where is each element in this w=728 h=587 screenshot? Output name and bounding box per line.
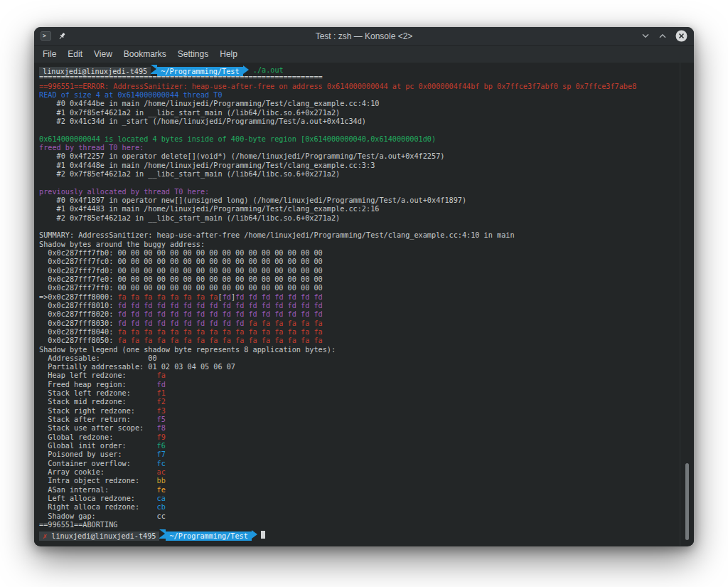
terminal-text: fa fa fa fa fa fa fa fa fa fa fa fa fa f… xyxy=(117,337,322,344)
terminal-line: freed by thread T0 here: xyxy=(39,144,675,152)
terminal-text: #2 0x7f85ef4621a2 in __libc_start_main (… xyxy=(39,214,340,222)
terminal-line: #2 0x7f85ef4621a2 in __libc_start_main (… xyxy=(39,214,675,223)
menu-item-view[interactable]: View xyxy=(88,47,118,61)
terminal-text: 0x0c287fff8050: xyxy=(39,337,117,344)
terminal-text: #1 0x4f4483 in main /home/linuxjedi/Prog… xyxy=(39,205,379,213)
terminal-text: fa fa fa fa fa fa fa fa xyxy=(117,293,218,301)
close-button[interactable] xyxy=(675,30,687,42)
terminal-line: Left alloca redzone: ca xyxy=(39,495,675,503)
menu-item-settings[interactable]: Settings xyxy=(172,47,214,61)
terminal-line: 0x0c287fff7fe0: 00 00 00 00 00 00 00 00 … xyxy=(39,275,675,284)
terminal-line: Addressable: 00 xyxy=(39,354,675,363)
minimize-button[interactable] xyxy=(641,33,650,39)
terminal-text: Addressable: 00 xyxy=(39,354,157,362)
terminal-line: 0x0c287fff7fb0: 00 00 00 00 00 00 00 00 … xyxy=(39,249,675,258)
terminal-text: 0x614000000044 is located 4 bytes inside… xyxy=(39,135,436,143)
terminal-line: 0x0c287fff8050: fa fa fa fa fa fa fa fa … xyxy=(39,337,675,345)
prompt-path: ~/Programming/Test xyxy=(166,532,251,541)
terminal-text: Shadow byte legend (one shadow byte repr… xyxy=(39,346,336,354)
terminal-line: Global redzone: f9 xyxy=(39,433,675,442)
terminal-line: 0x0c287fff7fc0: 00 00 00 00 00 00 00 00 … xyxy=(39,258,675,266)
terminal-line: Global init order: f6 xyxy=(39,442,675,450)
scrollbar[interactable] xyxy=(680,63,694,546)
terminal-text: Stack right redzone: xyxy=(39,407,157,415)
titlebar-right xyxy=(641,30,687,42)
terminal-line: #1 0x7f85ef4621a2 in __libc_start_main (… xyxy=(39,109,675,117)
error-cross-icon: ✗ xyxy=(43,532,51,540)
terminal-line: 0x0c287fff8030: fd fd fd fd fd fd fd fd … xyxy=(39,319,675,328)
terminal-text: fd xyxy=(223,293,231,301)
terminal-text: fa xyxy=(157,371,166,379)
terminal-text: Right alloca redzone: xyxy=(39,503,157,511)
terminal-text: freed by thread T0 here: xyxy=(39,144,144,152)
terminal-text xyxy=(39,223,43,231)
terminal-text: =>0x0c287fff8000: xyxy=(39,293,117,301)
terminal-line: 0x0c287fff7ff0: 00 00 00 00 00 00 00 00 … xyxy=(39,284,675,292)
terminal-text: Stack left redzone: xyxy=(39,389,157,397)
prompt-user-segment: ✗ linuxjedi@linuxjedi-t495 xyxy=(39,532,159,541)
titlebar-left: > xyxy=(41,31,66,41)
terminal-text: #0 0x4f1897 in operator new[](unsigned l… xyxy=(39,196,466,204)
terminal-text: 0x0c287fff7ff0: 00 00 00 00 00 00 00 00 … xyxy=(39,284,323,292)
terminal-line: Intra object redzone: bb xyxy=(39,477,675,485)
terminal-text: Global redzone: xyxy=(39,433,157,441)
title-bar[interactable]: > Test : zsh — Konsole <2> xyxy=(34,27,694,46)
terminal-text: fd fd fd fd fd fd fd fd fd fd fd fd fd f… xyxy=(117,302,322,310)
scrollbar-thumb[interactable] xyxy=(685,463,689,540)
terminal-line: 0x0c287fff8020: fd fd fd fd fd fd fd fd … xyxy=(39,310,675,319)
terminal-body[interactable]: linuxjedi@linuxjedi-t495~/Programming/Te… xyxy=(34,63,694,546)
terminal-line: Shadow bytes around the buggy address: xyxy=(39,240,675,249)
terminal-line: #2 0x41c34d in _start (/home/linuxjedi/P… xyxy=(39,117,675,126)
terminal-output: linuxjedi@linuxjedi-t495~/Programming/Te… xyxy=(39,65,675,539)
terminal-text: ========================================… xyxy=(39,73,323,81)
terminal-text: 0x0c287fff7fd0: 00 00 00 00 00 00 00 00 … xyxy=(39,267,323,275)
terminal-text: #1 0x7f85ef4621a2 in __libc_start_main (… xyxy=(39,109,340,117)
terminal-text: ca xyxy=(157,495,166,502)
menu-item-edit[interactable]: Edit xyxy=(62,47,88,61)
terminal-line: Right alloca redzone: cb xyxy=(39,503,675,512)
terminal-line: Stack right redzone: f3 xyxy=(39,407,675,416)
terminal-text xyxy=(39,179,43,186)
terminal-text: ac xyxy=(157,468,166,476)
terminal-text: f6 xyxy=(157,442,166,450)
terminal-text: fc xyxy=(157,460,166,467)
terminal-line xyxy=(39,126,675,134)
desktop: > Test : zsh — Konsole <2> xyxy=(0,0,728,587)
pin-icon[interactable] xyxy=(58,32,66,41)
powerline-arrow-icon xyxy=(243,65,249,74)
terminal-text: fd fd fd fd fd fd fd fd fd fd xyxy=(117,319,248,327)
terminal-text: fd fd fd fd fd fd fd xyxy=(235,293,323,301)
terminal-text: fa fa fa fa fa fa fa fa fa fa fa fa fa f… xyxy=(117,328,322,336)
terminal-line: Stack mid redzone: f2 xyxy=(39,398,675,406)
terminal-text: Stack mid redzone: xyxy=(39,398,157,406)
terminal-text: bb xyxy=(157,477,166,485)
terminal-line: #0 0x4f2257 in operator delete[](void*) … xyxy=(39,152,675,161)
terminal-line: Freed heap region: fd xyxy=(39,381,675,389)
terminal-text: 0x0c287fff7fc0: 00 00 00 00 00 00 00 00 … xyxy=(39,258,323,265)
terminal-line: Array cookie: ac xyxy=(39,468,675,477)
terminal-line: Partially addressable: 01 02 03 04 05 06… xyxy=(39,363,675,371)
terminal-text: Freed heap region: xyxy=(39,381,157,388)
menu-item-help[interactable]: Help xyxy=(214,47,243,61)
terminal-text: ASan internal: xyxy=(39,486,157,494)
terminal-line: Stack after return: f5 xyxy=(39,416,675,424)
terminal-text: Partially addressable: 01 02 03 04 05 06… xyxy=(39,363,235,371)
terminal-text: Array cookie: xyxy=(39,468,157,476)
terminal-line xyxy=(39,223,675,231)
terminal-line: 0x0c287fff7fd0: 00 00 00 00 00 00 00 00 … xyxy=(39,267,675,275)
terminal-line: #0 0x4f44be in main /home/linuxjedi/Prog… xyxy=(39,100,675,108)
terminal-line: Container overflow: fc xyxy=(39,460,675,468)
terminal-text: cc xyxy=(157,512,166,520)
terminal-text: fa fa fa fa fa fa xyxy=(248,319,322,327)
terminal-text: Heap left redzone: xyxy=(39,371,157,379)
window-title: Test : zsh — Konsole <2> xyxy=(34,31,694,41)
menu-item-bookmarks[interactable]: Bookmarks xyxy=(118,47,172,61)
terminal-text: fe xyxy=(157,486,166,494)
terminal-text: READ of size 4 at 0x614000000044 thread … xyxy=(39,91,223,99)
maximize-button[interactable] xyxy=(658,33,667,39)
terminal-text: #2 0x7f85ef4621a2 in __libc_start_main (… xyxy=(39,170,340,178)
menu-item-file[interactable]: File xyxy=(37,47,62,61)
terminal-text: 0x0c287fff8010: xyxy=(39,302,117,310)
terminal-text: #2 0x41c34d in _start (/home/linuxjedi/P… xyxy=(39,117,366,125)
menu-bar: File Edit View Bookmarks Settings Help xyxy=(34,46,694,63)
